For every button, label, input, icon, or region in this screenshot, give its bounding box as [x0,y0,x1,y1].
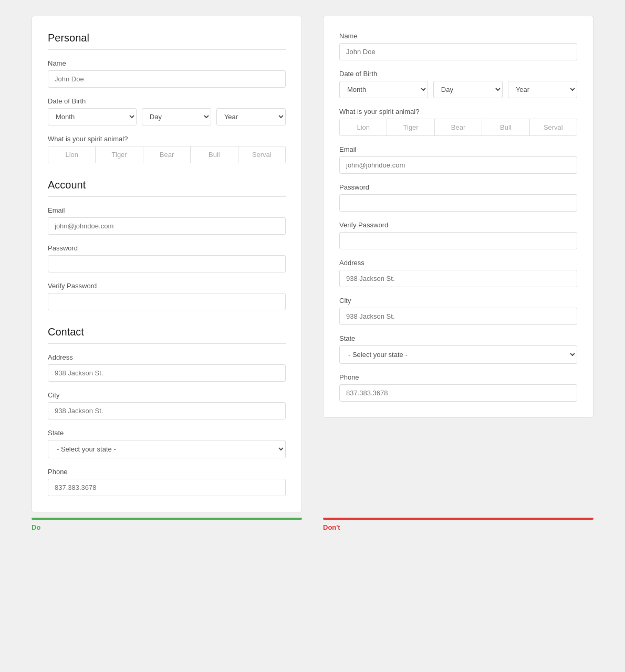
verify-input[interactable] [48,293,286,310]
r-city-label: City [339,297,577,304]
r-spirit-lion[interactable]: Lion [340,119,387,135]
spirit-bull[interactable]: Bull [191,146,238,163]
r-spirit-bear[interactable]: Bear [435,119,482,135]
r-city-input[interactable] [339,308,577,325]
password-input[interactable] [48,255,286,272]
r-state-select[interactable]: - Select your state - AlabamaAlaskaArizo… [339,345,577,364]
spirit-label: What is your spirit animal? [48,135,286,143]
address-input[interactable] [48,364,286,382]
verify-label: Verify Password [48,282,286,290]
r-password-input[interactable] [339,194,577,212]
r-spirit-bull[interactable]: Bull [482,119,529,135]
contact-section: Contact Address City State - Select your… [48,326,286,496]
r-spirit-serval[interactable]: Serval [530,119,577,135]
password-label: Password [48,244,286,252]
r-month-select[interactable]: MonthJanuaryFebruaryMarch AprilMayJuneJu… [339,81,428,98]
dob-row: MonthJanuaryFebruaryMarch AprilMayJuneJu… [48,108,286,125]
left-panel: Personal Name Date of Birth MonthJanuary… [32,16,302,512]
state-label: State [48,429,286,437]
r-address-label: Address [339,259,577,267]
dont-label: Don't [323,523,340,531]
do-label: Do [32,523,40,531]
account-section: Account Email Password Verify Password [48,179,286,310]
spirit-serval[interactable]: Serval [238,146,285,163]
main-container: Personal Name Date of Birth MonthJanuary… [32,16,593,512]
dob-label: Date of Birth [48,97,286,105]
email-label: Email [48,206,286,214]
r-spirit-row: Lion Tiger Bear Bull Serval [339,119,577,136]
r-email-label: Email [339,145,577,153]
account-title: Account [48,179,286,197]
r-phone-input[interactable] [339,384,577,402]
r-state-label: State [339,334,577,342]
month-select[interactable]: MonthJanuaryFebruaryMarch AprilMayJuneJu… [48,108,137,125]
do-bar-line [32,518,302,520]
day-select[interactable]: Day1234 5678910 [142,108,211,125]
spirit-row: Lion Tiger Bear Bull Serval [48,146,286,163]
phone-label: Phone [48,468,286,476]
personal-title: Personal [48,32,286,50]
label-bar-container: Do Don't [32,518,593,531]
r-name-input[interactable] [339,43,577,60]
r-day-select[interactable]: Day1234 5678910 [433,81,503,98]
r-dob-row: MonthJanuaryFebruaryMarch AprilMayJuneJu… [339,81,577,98]
r-password-label: Password [339,183,577,191]
r-email-input[interactable] [339,156,577,174]
r-phone-label: Phone [339,373,577,381]
contact-title: Contact [48,326,286,344]
r-spirit-tiger[interactable]: Tiger [387,119,434,135]
phone-input[interactable] [48,479,286,496]
do-bar: Do [32,518,302,531]
r-address-input[interactable] [339,270,577,287]
city-input[interactable] [48,402,286,419]
email-input[interactable] [48,217,286,235]
dont-bar-line [323,518,593,520]
r-dob-label: Date of Birth [339,70,577,78]
r-spirit-label: What is your spirit animal? [339,108,577,116]
right-panel: Name Date of Birth MonthJanuaryFebruaryM… [323,16,593,418]
spirit-bear[interactable]: Bear [143,146,191,163]
state-select[interactable]: - Select your state - AlabamaAlaskaArizo… [48,440,286,458]
r-verify-label: Verify Password [339,221,577,229]
spirit-lion[interactable]: Lion [48,146,96,163]
dont-bar: Don't [323,518,593,531]
spirit-tiger[interactable]: Tiger [96,146,143,163]
personal-section: Personal Name Date of Birth MonthJanuary… [48,32,286,163]
r-year-select[interactable]: Year20242023200019901980 [508,81,577,98]
city-label: City [48,391,286,399]
address-label: Address [48,353,286,361]
name-input[interactable] [48,70,286,88]
r-verify-input[interactable] [339,232,577,249]
year-select[interactable]: Year20242023200019901980 [216,108,286,125]
name-label: Name [48,59,286,67]
r-name-label: Name [339,32,577,40]
